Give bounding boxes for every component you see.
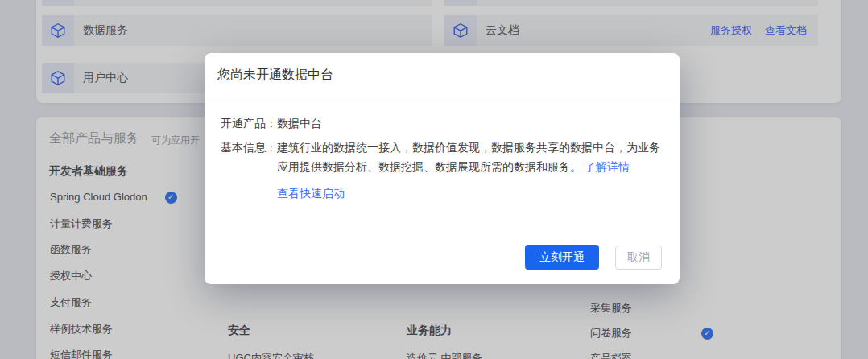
learn-more-link[interactable]: 了解详情 bbox=[585, 160, 630, 173]
activation-dialog: 您尚未开通数据中台 开通产品： 数据中台 基本信息： 建筑行业的数据统一接入，数… bbox=[205, 53, 680, 284]
product-field-label: 开通产品： bbox=[221, 113, 277, 133]
dialog-footer: 立刻开通 取消 bbox=[525, 245, 662, 270]
dialog-body: 开通产品： 数据中台 基本信息： 建筑行业的数据统一接入，数据价值发现，数据服务… bbox=[205, 97, 680, 201]
product-field: 开通产品： 数据中台 bbox=[221, 113, 660, 133]
cancel-button[interactable]: 取消 bbox=[615, 246, 662, 270]
dialog-header: 您尚未开通数据中台 bbox=[205, 53, 680, 97]
product-field-value: 数据中台 bbox=[277, 113, 660, 133]
info-field-label: 基本信息： bbox=[221, 138, 277, 176]
quickstart-link[interactable]: 查看快速启动 bbox=[277, 187, 345, 201]
screen: 数据服务 云文档 服务授权 查看文档 用户中心 全部产品与服务 可为应用开 开发… bbox=[0, 0, 868, 359]
activate-now-button[interactable]: 立刻开通 bbox=[525, 245, 599, 270]
info-field: 基本信息： 建筑行业的数据统一接入，数据价值发现，数据服务共享的数据中台，为业务… bbox=[221, 138, 660, 176]
dialog-title: 您尚未开通数据中台 bbox=[217, 67, 333, 84]
info-field-value: 建筑行业的数据统一接入，数据价值发现，数据服务共享的数据中台，为业务应用提供数据… bbox=[277, 138, 660, 176]
